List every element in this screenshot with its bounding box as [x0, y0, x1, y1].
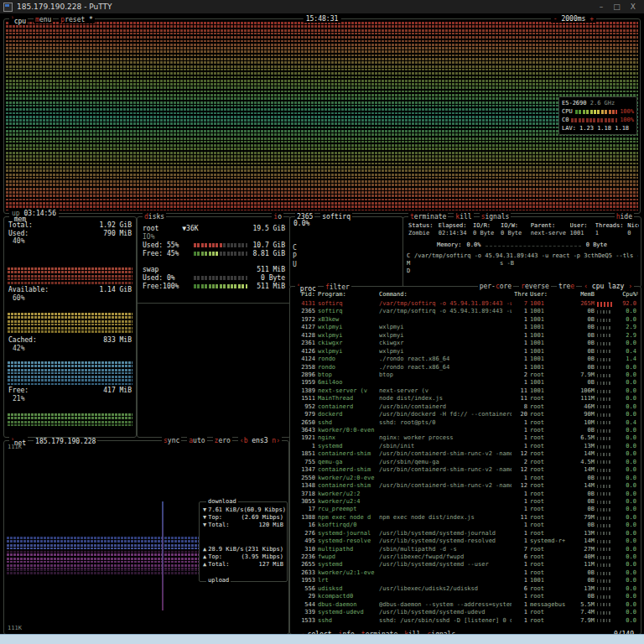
- process-table: 4131softirq/var/tmp/softirq -o 45.94.31.…: [290, 300, 641, 629]
- cpu-panel: ¹cpu menu preset * 15:48:31 - 2000ms + E…: [3, 18, 641, 214]
- process-row[interactable]: 2550kworker/u2:0-eve1root0B0.0: [290, 475, 641, 482]
- zero-toggle[interactable]: zero: [213, 437, 232, 444]
- process-row[interactable]: 1347containerd-shim/usr/bin/containerd-s…: [290, 466, 641, 474]
- process-row[interactable]: 29kcompactd01root0B0.0: [290, 593, 641, 600]
- disk-root-free-label: Free: 45%: [143, 250, 191, 257]
- process-row[interactable]: 339systemd-udevd/usr/lib/systemd/systemd…: [290, 609, 641, 616]
- refresh-rate[interactable]: - 2000ms +: [551, 15, 596, 23]
- sync-toggle[interactable]: sync: [162, 437, 181, 444]
- mem-sparkline: [597, 611, 612, 615]
- hide-button[interactable]: hide: [615, 213, 634, 221]
- process-row[interactable]: 544dbus-daemon@dbus-daemon --system --ad…: [290, 601, 641, 609]
- mem-available-graph: [8, 313, 132, 333]
- process-row[interactable]: 755qemu-ga/usr/sbin/qemu-ga2root4.5M0.0: [290, 459, 641, 466]
- interface-selector[interactable]: ‹b ens3 n›: [238, 437, 282, 444]
- process-row[interactable]: 3718kworker/u2:21root0B0.0: [290, 491, 641, 498]
- process-row[interactable]: 4131softirq/var/tmp/softirq -o 45.94.31.…: [290, 300, 641, 308]
- mem-sparkline: [597, 413, 612, 417]
- process-row[interactable]: 4126wxlpmyiwxlpmyi110010B0.4: [290, 348, 641, 356]
- mem-sparkline: [597, 326, 612, 330]
- process-row[interactable]: 1389next-server (vnext-server (v11100110…: [290, 387, 641, 395]
- process-row[interactable]: 495systemd-resolve/usr/lib/systemd/syste…: [290, 538, 641, 545]
- core0-meter-label: C0: [562, 116, 569, 124]
- auto-toggle[interactable]: auto: [187, 437, 206, 444]
- cpu-usage-value: 100%: [620, 107, 634, 116]
- mem-sparkline: [597, 453, 612, 456]
- scroll-up-arrow[interactable]: ↑: [636, 290, 639, 297]
- process-row[interactable]: 2896btopbtop2root7.9M0.0: [290, 371, 641, 379]
- process-row[interactable]: 19596mil4oo110010B0.0: [290, 379, 641, 387]
- cmd-label-c: C: [407, 252, 414, 259]
- disk-root-name: root: [143, 225, 158, 232]
- filter-button[interactable]: filter: [324, 283, 351, 291]
- mem-sparkline: [597, 342, 612, 345]
- disk-root-activity: ▼36K: [182, 225, 198, 232]
- mem-sparkline: [597, 540, 612, 543]
- sort-selector[interactable]: ‹ cpu lazy ›: [582, 283, 634, 290]
- disk-root-used-label: Used: 55%: [143, 242, 191, 249]
- menu-button[interactable]: menu: [34, 16, 53, 23]
- process-row[interactable]: 4128wxlpmyiwxlpmyi110010B2.9: [290, 332, 641, 340]
- disk-root-free-value: 8.81 GiB: [250, 250, 285, 257]
- process-row[interactable]: 2358rondo./rondo react.x86_64110010B0.0: [290, 364, 641, 371]
- process-row[interactable]: 1533sshdsshd: /usr/sbin/sshd -D [listene…: [290, 617, 641, 625]
- minimize-button[interactable]: –: [600, 3, 604, 11]
- mem-sparkline: [597, 334, 612, 337]
- process-detail-panel: terminate kill signals hide Status:Elaps…: [402, 216, 641, 288]
- process-row[interactable]: 16ksoftirqd/01root0B0.0: [290, 522, 641, 529]
- mem-sparkline: [597, 556, 612, 559]
- process-row[interactable]: 1851containerd-shim/usr/bin/containerd-s…: [290, 450, 641, 458]
- process-row[interactable]: 17rcu_preempt1root0B0.0: [290, 506, 641, 513]
- mem-sparkline: [597, 476, 612, 480]
- process-row[interactable]: 556udisksd/usr/libexec/udisks2/udisksd6r…: [290, 585, 641, 593]
- mem-sparkline: [597, 302, 612, 307]
- process-row[interactable]: 1921nginxnginx: worker process1root6.5M0…: [290, 434, 641, 442]
- disk-root-free-meter: [194, 252, 247, 256]
- reverse-toggle[interactable]: reverse: [519, 283, 551, 290]
- detail-cpu-percent: 0.0%: [293, 220, 309, 227]
- close-button[interactable]: X: [631, 3, 636, 11]
- process-row[interactable]: 4127wxlpmyiwxlpmyi110010B2.9: [290, 324, 641, 331]
- process-row[interactable]: 1953lrt110010B0.0: [290, 577, 641, 584]
- mem-sparkline: [597, 366, 612, 369]
- process-row[interactable]: 1348containerd-shim/usr/bin/containerd-s…: [290, 482, 641, 490]
- preset-button[interactable]: preset *: [59, 16, 95, 23]
- signals-button[interactable]: signals: [480, 213, 512, 221]
- process-row[interactable]: 1972xB3kew110010B0.0: [290, 316, 641, 324]
- io-mode-toggle[interactable]: io: [272, 213, 283, 221]
- process-row[interactable]: 2633kworker/u2:1-eve1root0B0.0: [290, 569, 641, 577]
- process-row[interactable]: 3643kworker/0:0-even1root0B0.0: [290, 427, 641, 434]
- mem-sparkline: [597, 469, 612, 472]
- cpu-box-title[interactable]: ¹cpu: [9, 15, 28, 25]
- mem-free-graph: [8, 413, 132, 427]
- process-row[interactable]: 276systemd-journal/usr/lib/systemd/syste…: [290, 530, 641, 538]
- terminate-button[interactable]: terminate: [408, 213, 448, 221]
- cpu-axis-label: CPU: [293, 244, 297, 269]
- process-row[interactable]: 4124rondo./rondo react.x86_64110010B1.4: [290, 356, 641, 363]
- detail-memory-bytes: 0 Byte: [586, 242, 607, 248]
- mem-sparkline: [597, 310, 612, 314]
- process-row[interactable]: 310multipathd/sbin/multipathd -d -s7root…: [290, 546, 641, 553]
- disk-swap-size: 511 MiB: [257, 266, 285, 273]
- disk-swap-free-meter: [194, 284, 247, 288]
- process-row[interactable]: 1systemd/sbin/init1root13M0.0: [290, 443, 641, 450]
- kill-button[interactable]: kill: [454, 213, 473, 221]
- per-core-toggle[interactable]: per-core: [478, 283, 514, 290]
- process-row[interactable]: 979dockerd/usr/bin/dockerd -H fd:// --co…: [290, 411, 641, 418]
- disk-root-used-meter: [194, 243, 247, 247]
- process-row[interactable]: 2650sshdsshd: root@pts/01root10M0.4: [290, 419, 641, 427]
- tree-toggle[interactable]: tree: [557, 283, 576, 290]
- process-row[interactable]: 1388npm exec node dnpm exec node dist/in…: [290, 514, 641, 522]
- disks-box-title[interactable]: disks: [143, 213, 166, 221]
- process-row[interactable]: 1511MainThreadnode dist/index.js11root11…: [290, 395, 641, 402]
- loadavg-label: LAV:: [562, 124, 576, 132]
- btop-terminal: ¹cpu menu preset * 15:48:31 - 2000ms + E…: [0, 13, 644, 634]
- maximize-button[interactable]: □: [613, 3, 621, 11]
- process-row[interactable]: 2236fwupd/usr/libexec/fwupd/fwupd6root40…: [290, 553, 641, 561]
- process-row[interactable]: 2361ckiwgxrckiwgxr110010B0.0: [290, 340, 641, 347]
- process-row[interactable]: 2365softirq/var/tmp/softirq -o 45.94.31.…: [290, 308, 641, 315]
- process-row[interactable]: 2655systemd/usr/lib/systemd/systemd --us…: [290, 561, 641, 569]
- process-row[interactable]: 3055kworker/u2:41root0B0.0: [290, 498, 641, 506]
- process-row[interactable]: 952containerd/usr/bin/containerd8root46M…: [290, 403, 641, 411]
- mem-cached-graph: [8, 361, 132, 385]
